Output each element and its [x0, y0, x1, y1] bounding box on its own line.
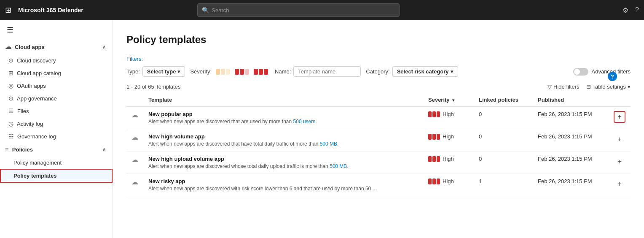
sev-bar: [437, 178, 440, 184]
add-template-button[interactable]: +: [614, 156, 625, 168]
advanced-filters-toggle[interactable]: [573, 68, 588, 76]
filter-category-group: Category: Select risk category ▾: [366, 66, 458, 77]
sidebar-item-oauth-apps[interactable]: ◎ OAuth apps: [0, 79, 113, 92]
row-published-cell: Feb 26, 2023 1:15 PM: [533, 151, 609, 174]
filters-row: Type: Select type ▾ Severity:: [126, 66, 631, 77]
linked-count: 0: [479, 156, 482, 162]
sidebar-item-activity-log[interactable]: ◷ Activity log: [0, 117, 113, 130]
sev-bar: [432, 134, 436, 140]
sidebar-section-policies[interactable]: ≡ Policies ∧: [0, 143, 113, 157]
table-row: ☁ New popular app Alert when new apps ar…: [126, 107, 631, 129]
cloud-icon: ☁: [131, 134, 138, 141]
sev-bar: [437, 134, 440, 140]
search-input[interactable]: [212, 7, 395, 14]
linked-count: 1: [479, 178, 482, 184]
sidebar-item-governance-log[interactable]: ☷ Governance log: [0, 130, 113, 143]
add-template-button[interactable]: +: [614, 133, 625, 145]
sev-bars: [428, 156, 440, 162]
col-header-icon: [126, 93, 143, 107]
severity-text: High: [443, 133, 454, 140]
published-date: Feb 26, 2023 1:15 PM: [538, 111, 592, 117]
help-icon[interactable]: ?: [635, 6, 639, 14]
table-row: ☁ New high volume app Alert when new app…: [126, 129, 631, 151]
sidebar-item-files[interactable]: ☰ Files: [0, 105, 113, 117]
sev-high-btn[interactable]: [252, 68, 270, 76]
template-desc: Alert when new apps are discovered with …: [148, 186, 418, 192]
filter-type-label: Type:: [126, 68, 140, 75]
filter-severity-group: Severity:: [190, 68, 270, 76]
template-name: New popular app: [148, 111, 418, 117]
sidebar-item-cloud-discovery[interactable]: ⊙ Cloud discovery: [0, 54, 113, 67]
sidebar-item-label: Governance log: [17, 133, 56, 140]
topbar: ⊞ Microsoft 365 Defender 🔍 ⚙ ?: [0, 0, 644, 20]
sev-bar: [432, 111, 436, 117]
sidebar-item-app-governance[interactable]: ⊙ App governance: [0, 92, 113, 105]
sidebar-item-policy-templates[interactable]: Policy templates: [0, 169, 113, 183]
sidebar-section-cloud-apps[interactable]: ☁ Cloud apps ∧: [0, 40, 113, 54]
filter-type-value: Select type: [147, 68, 176, 75]
sidebar: ☰ ☁ Cloud apps ∧ ⊙ Cloud discovery ⊞ Clo…: [0, 20, 113, 238]
main-content: Policy templates ? Filters: Type: Select…: [113, 20, 644, 238]
filter-type-button[interactable]: Select type ▾: [142, 66, 185, 77]
search-bar[interactable]: 🔍: [197, 3, 400, 17]
cloud-discovery-icon: ⊙: [8, 57, 13, 64]
filter-name-input[interactable]: [293, 66, 361, 77]
oauth-apps-icon: ◎: [8, 82, 13, 89]
row-icon-cell: ☁: [126, 129, 143, 151]
app-title: Microsoft 365 Defender: [18, 7, 83, 14]
template-desc: Alert when new apps are discovered whose…: [148, 163, 418, 169]
hide-filters-label: Hide filters: [553, 84, 579, 90]
settings-icon[interactable]: ⚙: [623, 6, 628, 14]
sev-med-btn[interactable]: [233, 68, 251, 76]
table-settings-btn[interactable]: ⊟ Table settings ▾: [586, 84, 631, 90]
col-header-template: Template: [143, 93, 423, 107]
row-action-cell: +: [609, 129, 631, 151]
sidebar-item-label: Policy management: [13, 160, 62, 166]
row-published-cell: Feb 26, 2023 1:15 PM: [533, 129, 609, 151]
template-desc: Alert when new apps are discovered that …: [148, 119, 418, 124]
add-template-button-highlighted[interactable]: +: [614, 111, 625, 123]
table-count: 1 - 20 of 65 Templates: [126, 84, 180, 90]
row-action-cell: +: [609, 107, 631, 129]
sidebar-item-label: Activity log: [17, 121, 43, 127]
governance-log-icon: ☷: [8, 133, 14, 140]
hide-filters-btn[interactable]: ▽ Hide filters: [547, 84, 579, 90]
policies-label: Policies: [12, 146, 33, 153]
sidebar-item-policy-management[interactable]: Policy management: [0, 157, 113, 169]
sev-bar: [428, 111, 432, 117]
desc-link[interactable]: 500 MB: [330, 163, 347, 169]
hamburger-menu[interactable]: ☰: [0, 20, 113, 40]
grid-icon[interactable]: ⊞: [5, 5, 11, 15]
template-desc: Alert when new apps are discovered that …: [148, 141, 418, 147]
add-template-button[interactable]: +: [614, 178, 625, 190]
sev-low-btn[interactable]: [214, 68, 232, 76]
filter-name-group: Name:: [275, 66, 361, 77]
col-header-action: [609, 93, 631, 107]
files-icon: ☰: [8, 108, 14, 114]
filter-category-button[interactable]: Select risk category ▾: [392, 66, 458, 77]
sev-bars: [428, 111, 440, 117]
policies-icon: ≡: [5, 146, 9, 153]
col-header-severity[interactable]: Severity ▾: [423, 93, 474, 107]
row-severity-cell: High: [423, 151, 474, 174]
severity-text: High: [443, 111, 454, 117]
cloud-app-catalog-icon: ⊞: [8, 70, 13, 76]
desc-link[interactable]: 500 users: [293, 119, 316, 124]
severity-indicator: High: [428, 178, 469, 184]
sev-bar: [428, 156, 432, 162]
sidebar-item-label: Cloud app catalog: [17, 70, 61, 76]
desc-link[interactable]: 500 MB: [320, 141, 337, 147]
published-date: Feb 26, 2023 1:15 PM: [538, 133, 592, 140]
page-title: Policy templates: [126, 34, 631, 46]
published-date: Feb 26, 2023 1:15 PM: [538, 178, 592, 184]
sidebar-item-cloud-app-catalog[interactable]: ⊞ Cloud app catalog: [0, 67, 113, 79]
help-circle-icon[interactable]: ?: [608, 72, 617, 81]
app-governance-icon: ⊙: [8, 95, 13, 102]
search-icon: 🔍: [202, 7, 209, 14]
row-icon-cell: ☁: [126, 174, 143, 196]
sev-bar: [428, 178, 432, 184]
table-row: ☁ New high upload volume app Alert when …: [126, 151, 631, 174]
row-severity-cell: High: [423, 107, 474, 129]
table-row: ☁ New risky app Alert when new apps are …: [126, 174, 631, 196]
table-settings-chevron: ▾: [628, 84, 631, 90]
